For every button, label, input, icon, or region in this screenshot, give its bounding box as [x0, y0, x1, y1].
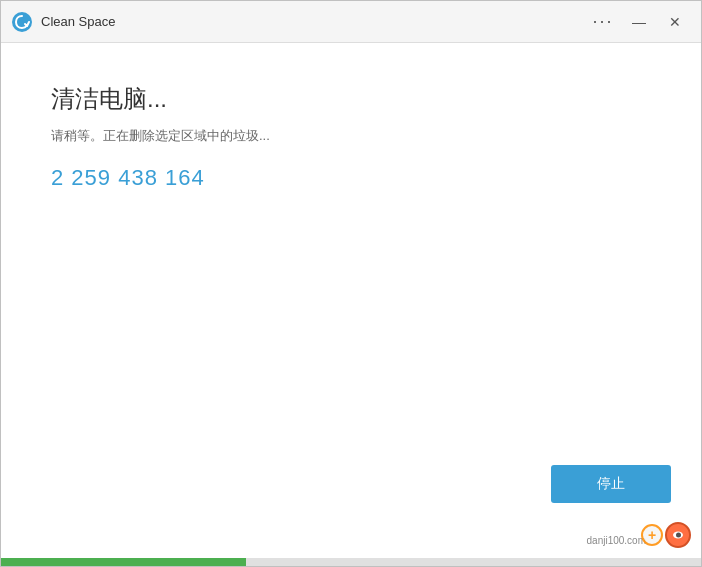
app-window: Clean Space ··· — ✕ 清洁电脑... 请稍等。正在删除选定区域… — [0, 0, 702, 567]
eye-icon — [673, 532, 683, 539]
main-title: 清洁电脑... — [51, 83, 651, 115]
close-button[interactable]: ✕ — [659, 8, 691, 36]
more-options-button[interactable]: ··· — [587, 8, 619, 36]
title-bar: Clean Space ··· — ✕ — [1, 1, 701, 43]
app-icon — [11, 11, 33, 33]
watermark-text: danji100.com — [587, 535, 646, 546]
counter-display: 2 259 438 164 — [51, 165, 651, 191]
watermark-badge: + — [641, 522, 691, 548]
title-bar-controls: ··· — ✕ — [587, 8, 691, 36]
watermark-logo-icon — [665, 522, 691, 548]
button-area: 停止 — [551, 465, 671, 503]
progress-bar-container — [1, 558, 701, 566]
title-bar-left: Clean Space — [11, 11, 587, 33]
watermark-add-icon: + — [641, 524, 663, 546]
progress-bar-fill — [1, 558, 246, 566]
app-title: Clean Space — [41, 14, 115, 29]
main-content: 清洁电脑... 请稍等。正在删除选定区域中的垃圾... 2 259 438 16… — [1, 43, 701, 558]
subtitle-text: 请稍等。正在删除选定区域中的垃圾... — [51, 127, 651, 145]
stop-button[interactable]: 停止 — [551, 465, 671, 503]
minimize-button[interactable]: — — [623, 8, 655, 36]
